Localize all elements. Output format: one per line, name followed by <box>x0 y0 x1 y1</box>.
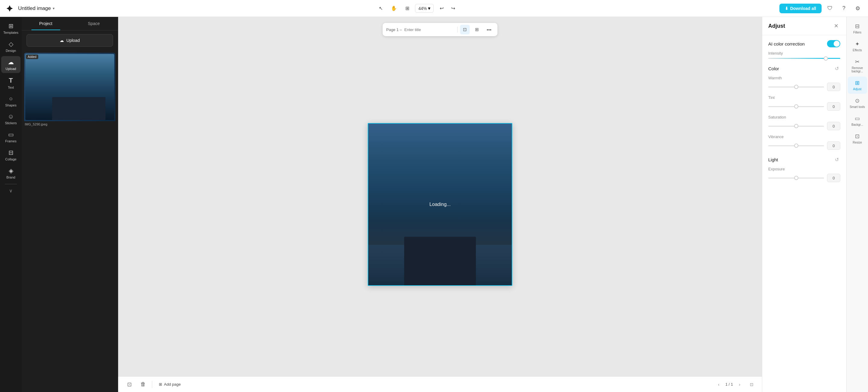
redo-button[interactable]: ↪ <box>447 3 458 14</box>
media-thumbnail <box>24 53 116 121</box>
sidebar-item-text[interactable]: T Text <box>1 74 21 92</box>
exposure-track-wrap: 0 <box>768 174 840 182</box>
right-item-background[interactable]: ▭ Backgr... <box>848 112 867 129</box>
design-label: Design <box>6 49 16 53</box>
sidebar-item-design[interactable]: ◇ Design <box>1 38 21 55</box>
left-panel: Project Space ☁ Upload Added IMG_5290.jp… <box>22 17 118 392</box>
undo-button[interactable]: ↩ <box>436 3 447 14</box>
tint-track[interactable] <box>768 106 824 107</box>
sidebar-item-stickers[interactable]: ☺ Stickers <box>1 111 21 127</box>
canvas-image: Loading... <box>368 124 512 285</box>
intensity-thumb[interactable] <box>824 56 828 61</box>
shield-button[interactable]: 🛡 <box>825 3 835 14</box>
main-area: ⊞ Templates ◇ Design ☁ Upload T Text ○ S… <box>0 17 868 392</box>
download-label: Download all <box>790 6 816 11</box>
right-item-effects[interactable]: ✦ Effects <box>848 38 867 55</box>
help-button[interactable]: ? <box>838 3 849 14</box>
crop-tool-button[interactable]: ⊡ <box>460 25 470 34</box>
templates-icon: ⊞ <box>8 22 13 30</box>
sidebar-item-shapes[interactable]: ○ Shapes <box>1 93 21 110</box>
saturation-track[interactable] <box>768 126 824 127</box>
transform-tool-button[interactable]: ⊞ <box>472 25 482 34</box>
undo-redo-group: ↩ ↪ <box>436 3 458 14</box>
tint-thumb[interactable] <box>794 104 798 109</box>
download-icon: ⬇ <box>785 6 788 11</box>
add-page-label: Add page <box>164 382 181 387</box>
color-reset-button[interactable]: ↺ <box>833 65 840 72</box>
download-all-button[interactable]: ⬇ Download all <box>779 4 822 13</box>
hand-tool-button[interactable]: ✋ <box>389 3 399 14</box>
exposure-thumb[interactable] <box>794 176 798 180</box>
upload-icon: ☁ <box>8 59 14 66</box>
canvas-bottom-bar: ⊡ 🗑 ⊞ Add page ‹ 1 / 1 › ⊡ <box>118 376 762 392</box>
bottom-delete-button[interactable]: 🗑 <box>138 379 148 390</box>
collage-icon: ⊟ <box>8 149 13 156</box>
tab-space[interactable]: Space <box>70 17 118 30</box>
logo-icon[interactable] <box>5 4 14 13</box>
intensity-track[interactable] <box>768 58 840 59</box>
title-group[interactable]: Untitled image ▾ <box>18 5 55 11</box>
panel-content: Added IMG_5290.jpeg <box>22 50 118 392</box>
sidebar-item-collage[interactable]: ⊟ Collage <box>1 147 21 163</box>
canvas-toolbar: Page 1 – ⊡ ⊞ ••• <box>382 23 497 36</box>
exposure-track[interactable] <box>768 178 824 179</box>
warmth-track[interactable] <box>768 87 824 87</box>
design-icon: ◇ <box>9 40 13 48</box>
more-options-button[interactable]: ••• <box>484 25 494 34</box>
media-filename: IMG_5290.jpeg <box>24 121 116 127</box>
added-badge: Added <box>26 55 38 59</box>
bottom-crop-button[interactable]: ⊡ <box>124 379 134 390</box>
effects-icon: ✦ <box>855 41 860 47</box>
upload-label: Upload <box>6 67 16 70</box>
warmth-label: Warmth <box>768 76 840 80</box>
upload-button[interactable]: ☁ Upload <box>27 34 113 47</box>
vibrance-value: 0 <box>827 142 840 150</box>
ai-correction-section: AI color correction Intensity <box>768 40 840 59</box>
add-page-button[interactable]: ⊞ Add page <box>156 380 184 388</box>
select-tool-button[interactable]: ↖ <box>375 3 386 14</box>
next-page-button[interactable]: › <box>735 380 744 389</box>
right-item-remove-bg[interactable]: ✂ Remove backgr... <box>848 56 867 76</box>
right-item-resize[interactable]: ⊡ Resize <box>848 130 867 147</box>
upload-btn-label: Upload <box>66 38 80 43</box>
brand-icon: ◈ <box>9 167 13 174</box>
right-item-filters[interactable]: ⊟ Filters <box>848 20 867 37</box>
right-item-adjust[interactable]: ⊞ Adjust <box>848 77 867 94</box>
sidebar-item-templates[interactable]: ⊞ Templates <box>1 20 21 37</box>
media-item-0[interactable]: Added IMG_5290.jpeg <box>24 53 116 127</box>
ai-label: AI color correction <box>768 41 805 47</box>
zoom-selector[interactable]: 44% ▾ <box>415 4 434 13</box>
settings-button[interactable]: ⚙ <box>852 3 863 14</box>
templates-label: Templates <box>3 31 19 34</box>
tab-project[interactable]: Project <box>22 17 70 30</box>
remove-bg-label: Remove backgr... <box>849 66 866 73</box>
intensity-track-wrap <box>768 58 840 59</box>
sidebar-item-brand[interactable]: ◈ Brand <box>1 164 21 182</box>
resize-label: Resize <box>852 141 862 144</box>
sidebar-item-upload[interactable]: ☁ Upload <box>1 56 21 73</box>
prev-page-button[interactable]: ‹ <box>715 380 723 389</box>
vibrance-track[interactable] <box>768 145 824 146</box>
ai-toggle-row: AI color correction <box>768 40 840 47</box>
page-title-input[interactable] <box>404 27 455 32</box>
canvas-frame[interactable]: Loading... <box>368 123 513 286</box>
adjust-body: AI color correction Intensity <box>762 35 846 392</box>
sidebar-expand-button[interactable]: ∨ <box>8 187 14 195</box>
right-item-smart-tools[interactable]: ⊙ Smart tools <box>848 94 867 112</box>
filters-icon: ⊟ <box>855 23 860 30</box>
saturation-thumb[interactable] <box>794 124 798 128</box>
color-section-header: Color ↺ <box>768 65 840 72</box>
vibrance-thumb[interactable] <box>794 144 798 148</box>
topbar-right: ⬇ Download all 🛡 ? ⚙ <box>779 3 863 14</box>
expand-button[interactable]: ⊡ <box>747 380 756 389</box>
loading-text: Loading... <box>430 202 451 207</box>
adjust-close-button[interactable]: ✕ <box>832 22 840 30</box>
warmth-slider-row: Warmth 0 <box>768 76 840 91</box>
light-reset-button[interactable]: ↺ <box>833 156 840 163</box>
warmth-thumb[interactable] <box>794 85 798 89</box>
title-chevron-icon: ▾ <box>53 6 55 10</box>
sidebar-item-frames[interactable]: ▭ Frames <box>1 128 21 145</box>
layout-tool-button[interactable]: ⊞ <box>402 3 412 14</box>
sidebar-icons: ⊞ Templates ◇ Design ☁ Upload T Text ○ S… <box>0 17 22 392</box>
ai-toggle[interactable] <box>827 40 840 47</box>
